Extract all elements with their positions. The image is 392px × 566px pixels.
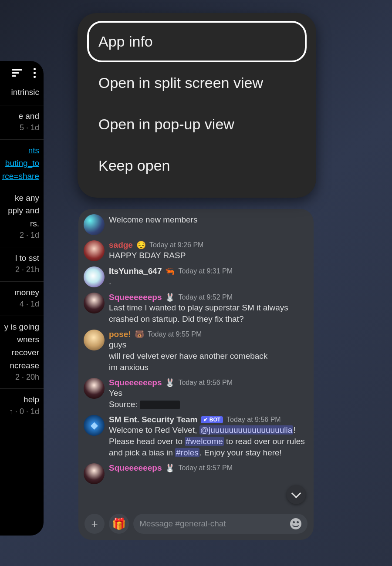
emoji-icon: 🐰: [165, 293, 175, 302]
list-item-meta: 5 · 1d: [0, 122, 44, 133]
timestamp: Today at 9:56 PM: [178, 379, 233, 387]
username[interactable]: Squeeeeeeps: [109, 378, 162, 387]
emoji-icon: 🐰: [165, 378, 175, 387]
timestamp: Today at 9:56 PM: [226, 416, 281, 424]
username[interactable]: SM Ent. Security Team: [109, 415, 197, 424]
sort-icon[interactable]: [12, 69, 22, 77]
timestamp: Today at 9:26 PM: [149, 241, 204, 249]
list-item-text: e and: [0, 110, 44, 123]
message-input[interactable]: Message #general-chat: [133, 514, 308, 534]
timestamp: Today at 9:31 PM: [178, 267, 233, 275]
list-item-meta: 2 · 1d: [0, 230, 44, 240]
context-menu-item-split-screen[interactable]: Open in split screen view: [87, 62, 307, 104]
avatar[interactable]: [84, 214, 105, 235]
list-item[interactable]: l to sst 2 · 21h: [0, 247, 44, 282]
plus-icon: +: [91, 517, 98, 531]
avatar[interactable]: [84, 293, 105, 313]
list-item[interactable]: nts buting_to rce=share ke any pply and …: [0, 140, 44, 247]
avatar[interactable]: ◆: [84, 415, 105, 436]
list-item-text: l to sst: [0, 252, 44, 265]
emoji-picker-icon[interactable]: [290, 518, 301, 529]
message-text: HAPPY BDAY RASP: [109, 250, 308, 261]
username[interactable]: ItsYunha_647: [109, 266, 162, 276]
list-item-text: money: [0, 286, 44, 299]
message[interactable]: ItsYunha_647 🦐 Today at 9:31 PM .: [84, 263, 308, 289]
recents-left-card[interactable]: intrinsic e and 5 · 1d nts buting_to rce…: [0, 61, 44, 536]
channel-mention[interactable]: #roles: [175, 448, 199, 457]
message-input-placeholder: Message #general-chat: [139, 519, 226, 529]
message-input-bar: + 🎁 Message #general-chat: [78, 509, 314, 540]
list-item[interactable]: y is going wners recover ncrease 2 · 20h: [0, 316, 44, 389]
list-item-text: help: [0, 393, 44, 406]
chevron-down-icon: [291, 489, 301, 499]
message[interactable]: pose! 🐻 Today at 9:55 PM guys will red v…: [84, 326, 308, 374]
list-item-link[interactable]: nts: [0, 144, 44, 157]
avatar[interactable]: [84, 330, 105, 350]
message[interactable]: Squeeeeeeps 🐰 Today at 9:57 PM: [84, 460, 308, 486]
list-item[interactable]: help ↑ · 0 · 1d: [0, 389, 44, 423]
timestamp: Today at 9:57 PM: [178, 464, 233, 472]
list-item-text: pply and: [0, 204, 44, 217]
list-item-text: ke any: [0, 192, 44, 205]
discord-app-card[interactable]: Welcome new members sadge 😔 Today at 9:2…: [78, 209, 314, 540]
scroll-to-bottom-button[interactable]: [287, 485, 306, 504]
message[interactable]: ◆ SM Ent. Security Team ✔ BOT Today at 9…: [84, 411, 308, 460]
list-item[interactable]: intrinsic: [0, 81, 44, 105]
left-card-header: [0, 61, 44, 81]
list-item[interactable]: money 4 · 1d: [0, 282, 44, 316]
username[interactable]: Squeeeeeeps: [109, 293, 162, 302]
redacted-block: [140, 401, 180, 409]
message-text: guys: [109, 339, 308, 350]
list-item-meta: 4 · 1d: [0, 299, 44, 309]
app-context-menu: App info Open in split screen view Open …: [78, 13, 316, 198]
bot-badge: ✔ BOT: [201, 416, 223, 423]
emoji-icon: 😔: [136, 240, 146, 250]
list-item-text: rs.: [0, 217, 44, 230]
message-text: Source:: [109, 399, 308, 410]
list-item-text: wners: [0, 333, 44, 346]
timestamp: Today at 9:52 PM: [178, 293, 233, 301]
context-menu-item-keep-open[interactable]: Keep open: [87, 145, 307, 186]
context-menu-item-popup-view[interactable]: Open in pop-up view: [87, 104, 307, 145]
avatar[interactable]: [84, 378, 105, 399]
username[interactable]: Squeeeeeeps: [109, 463, 162, 473]
chat-scroll[interactable]: Welcome new members sadge 😔 Today at 9:2…: [78, 209, 314, 509]
message-text: Last time I wanted to play superstar SM …: [109, 302, 308, 324]
source-label: Source:: [109, 400, 137, 409]
username[interactable]: pose!: [109, 330, 131, 339]
message-text: .: [109, 276, 308, 287]
message-text: Welcome new members: [109, 214, 308, 226]
avatar[interactable]: [84, 240, 105, 261]
timestamp: Today at 9:55 PM: [148, 330, 202, 338]
emoji-icon: 🐰: [165, 463, 175, 473]
context-menu-item-app-info[interactable]: App info: [87, 21, 307, 62]
list-item-link[interactable]: rce=share: [0, 170, 44, 183]
avatar[interactable]: [84, 463, 105, 484]
list-item-text: recover: [0, 346, 44, 359]
list-item-text: ncrease: [0, 359, 44, 372]
username[interactable]: sadge: [109, 240, 133, 250]
list-item-meta: ↑ · 0 · 1d: [0, 406, 44, 417]
channel-mention[interactable]: #welcome: [185, 437, 224, 446]
list-item-meta: 2 · 21h: [0, 264, 44, 275]
kebab-icon[interactable]: [34, 68, 36, 78]
list-item[interactable]: e and 5 · 1d: [0, 105, 44, 140]
gift-button[interactable]: 🎁: [109, 514, 129, 534]
list-item-link[interactable]: buting_to: [0, 157, 44, 170]
emoji-icon: 🦐: [165, 266, 175, 276]
gift-icon: 🎁: [112, 517, 126, 531]
message-text: im anxious: [109, 362, 308, 373]
message[interactable]: Welcome new members: [84, 211, 308, 237]
avatar[interactable]: [84, 266, 105, 287]
message[interactable]: Squeeeeeeps 🐰 Today at 9:52 PM Last time…: [84, 289, 308, 326]
list-item-text: y is going: [0, 320, 44, 334]
message-text: Yes: [109, 387, 308, 399]
list-item-meta: 2 · 20h: [0, 372, 44, 382]
message-text: Welcome to Red Velvet, @juuuuuuuuuuuuuuu…: [109, 424, 308, 458]
message-text: will red velvet ever have another comeba…: [109, 350, 308, 362]
attach-button[interactable]: +: [84, 514, 105, 534]
message[interactable]: Squeeeeeeps 🐰 Today at 9:56 PM Yes Sourc…: [84, 374, 308, 411]
user-mention[interactable]: @juuuuuuuuuuuuuuuulia: [199, 425, 294, 435]
list-item-text: intrinsic: [0, 86, 44, 99]
message[interactable]: sadge 😔 Today at 9:26 PM HAPPY BDAY RASP: [84, 237, 308, 263]
